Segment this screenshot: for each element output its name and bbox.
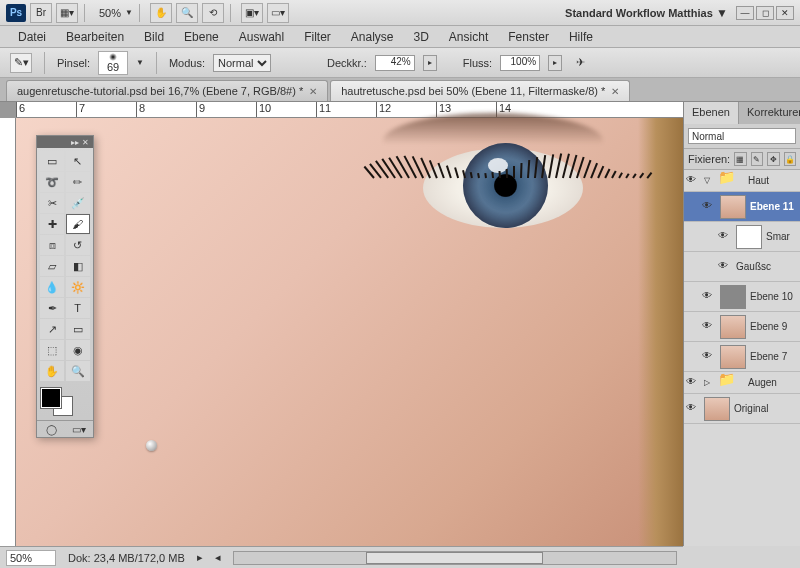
zoom-level[interactable]: 50% bbox=[95, 5, 125, 21]
document-tab[interactable]: augenretusche-tutorial.psd bei 16,7% (Eb… bbox=[6, 80, 328, 101]
layer-row[interactable]: 👁▷📁Augen bbox=[684, 372, 800, 394]
document-tab[interactable]: hautretusche.psd bei 50% (Ebene 11, Filt… bbox=[330, 80, 630, 101]
layer-thumbnail[interactable] bbox=[736, 225, 762, 249]
workspace-switcher[interactable]: Standard Workflow Matthias ▼ bbox=[559, 6, 734, 20]
rotate-view-icon[interactable]: ⟲ bbox=[202, 3, 224, 23]
flow-field[interactable]: 100% bbox=[500, 55, 540, 71]
zoom-tool-icon[interactable]: 🔍 bbox=[176, 3, 198, 23]
type-tool[interactable]: T bbox=[66, 298, 90, 318]
menu-bearbeiten[interactable]: Bearbeiten bbox=[56, 27, 134, 47]
gradient-tool[interactable]: ◧ bbox=[66, 256, 90, 276]
brush-tool[interactable]: 🖌 bbox=[66, 214, 90, 234]
eraser-tool[interactable]: ▱ bbox=[40, 256, 64, 276]
menu-ebene[interactable]: Ebene bbox=[174, 27, 229, 47]
tool-palette[interactable]: ▸▸✕ ▭↖ ➰✏ ✂💉 ✚🖌 ⧈↺ ▱◧ 💧🔆 ✒T ↗▭ ⬚◉ ✋🔍 ◯▭▾ bbox=[36, 135, 94, 438]
visibility-icon[interactable]: 👁 bbox=[686, 174, 700, 188]
bridge-button[interactable]: Br bbox=[30, 3, 52, 23]
status-arrow-icon[interactable]: ▸ bbox=[197, 551, 203, 564]
layer-row[interactable]: 👁Ebene 7 bbox=[684, 342, 800, 372]
layer-row[interactable]: 👁Ebene 10 bbox=[684, 282, 800, 312]
maximize-button[interactable]: ◻ bbox=[756, 6, 774, 20]
layer-row[interactable]: 👁Ebene 11 bbox=[684, 192, 800, 222]
layer-row[interactable]: 👁Original bbox=[684, 394, 800, 424]
tool-preset-icon[interactable]: ✎▾ bbox=[10, 53, 32, 73]
screen-mode-icon[interactable]: ▭▾ bbox=[65, 421, 93, 437]
arrange-documents-icon[interactable]: ▣▾ bbox=[241, 3, 263, 23]
menu-filter[interactable]: Filter bbox=[294, 27, 341, 47]
layer-row[interactable]: 👁Gaußsc bbox=[684, 252, 800, 282]
layer-thumbnail[interactable] bbox=[704, 397, 730, 421]
foreground-color[interactable] bbox=[41, 388, 61, 408]
layer-thumbnail[interactable] bbox=[720, 345, 746, 369]
hand-tool[interactable]: ✋ bbox=[40, 361, 64, 381]
lock-pixels-icon[interactable]: ✎ bbox=[751, 152, 763, 166]
move-tool[interactable]: ▭ bbox=[40, 151, 64, 171]
stamp-tool[interactable]: ⧈ bbox=[40, 235, 64, 255]
panel-tab-ebenen[interactable]: Ebenen bbox=[684, 102, 739, 124]
expand-icon[interactable]: ▷ bbox=[704, 378, 714, 387]
lock-position-icon[interactable]: ✥ bbox=[767, 152, 779, 166]
close-icon[interactable]: ✕ bbox=[82, 138, 89, 147]
menu-fenster[interactable]: Fenster bbox=[498, 27, 559, 47]
airbrush-icon[interactable]: ✈ bbox=[576, 56, 585, 69]
horizontal-scrollbar[interactable] bbox=[233, 551, 677, 565]
hand-tool-icon[interactable]: ✋ bbox=[150, 3, 172, 23]
layer-thumbnail[interactable] bbox=[720, 285, 746, 309]
layer-thumbnail[interactable] bbox=[720, 195, 746, 219]
zoom-field[interactable]: 50% bbox=[6, 550, 56, 566]
close-tab-icon[interactable]: ✕ bbox=[309, 86, 317, 97]
minimize-button[interactable]: — bbox=[736, 6, 754, 20]
menu-3d[interactable]: 3D bbox=[404, 27, 439, 47]
dropdown-icon[interactable]: ▼ bbox=[136, 58, 144, 67]
layer-thumbnail[interactable] bbox=[720, 315, 746, 339]
lock-transparency-icon[interactable]: ▦ bbox=[734, 152, 746, 166]
layer-blend-mode[interactable] bbox=[688, 128, 796, 144]
visibility-icon[interactable]: 👁 bbox=[686, 376, 700, 390]
menu-bild[interactable]: Bild bbox=[134, 27, 174, 47]
opacity-arrow[interactable]: ▸ bbox=[423, 55, 437, 71]
eyedropper-tool[interactable]: 💉 bbox=[66, 193, 90, 213]
scroll-left-icon[interactable]: ◂ bbox=[215, 551, 221, 564]
document-canvas[interactable] bbox=[16, 118, 683, 546]
visibility-icon[interactable]: 👁 bbox=[718, 230, 732, 244]
menu-auswahl[interactable]: Auswahl bbox=[229, 27, 294, 47]
visibility-icon[interactable]: 👁 bbox=[702, 320, 716, 334]
vertical-ruler[interactable] bbox=[0, 118, 16, 546]
visibility-icon[interactable]: 👁 bbox=[702, 350, 716, 364]
close-button[interactable]: ✕ bbox=[776, 6, 794, 20]
expand-icon[interactable]: ▽ bbox=[704, 176, 714, 185]
visibility-icon[interactable]: 👁 bbox=[718, 260, 732, 274]
visibility-icon[interactable]: 👁 bbox=[686, 402, 700, 416]
layer-row[interactable]: 👁▽📁Haut bbox=[684, 170, 800, 192]
palette-titlebar[interactable]: ▸▸✕ bbox=[37, 136, 93, 148]
shape-tool[interactable]: ▭ bbox=[66, 319, 90, 339]
screen-mode-icon[interactable]: ▭▾ bbox=[267, 3, 289, 23]
lock-all-icon[interactable]: 🔒 bbox=[784, 152, 796, 166]
3d-tool[interactable]: ⬚ bbox=[40, 340, 64, 360]
opacity-field[interactable]: 42% bbox=[375, 55, 415, 71]
collapse-icon[interactable]: ▸▸ bbox=[71, 138, 79, 147]
menu-hilfe[interactable]: Hilfe bbox=[559, 27, 603, 47]
flow-arrow[interactable]: ▸ bbox=[548, 55, 562, 71]
history-brush-tool[interactable]: ↺ bbox=[66, 235, 90, 255]
menu-datei[interactable]: Datei bbox=[8, 27, 56, 47]
crop-tool[interactable]: ✂ bbox=[40, 193, 64, 213]
layer-row[interactable]: 👁Smar bbox=[684, 222, 800, 252]
blur-tool[interactable]: 💧 bbox=[40, 277, 64, 297]
pen-tool[interactable]: ✒ bbox=[40, 298, 64, 318]
layer-row[interactable]: 👁Ebene 9 bbox=[684, 312, 800, 342]
brush-preset-picker[interactable]: 69 bbox=[98, 51, 128, 75]
menu-analyse[interactable]: Analyse bbox=[341, 27, 404, 47]
blend-mode-select[interactable]: Normal bbox=[213, 54, 271, 72]
visibility-icon[interactable]: 👁 bbox=[702, 200, 716, 214]
color-swatches[interactable] bbox=[37, 384, 93, 420]
mini-bridge-button[interactable]: ▦▾ bbox=[56, 3, 78, 23]
panel-tab-korrekturen[interactable]: Korrekturen bbox=[739, 102, 800, 124]
selection-tool[interactable]: ↖ bbox=[66, 151, 90, 171]
dodge-tool[interactable]: 🔆 bbox=[66, 277, 90, 297]
quick-mask-icon[interactable]: ◯ bbox=[37, 421, 65, 437]
visibility-icon[interactable]: 👁 bbox=[702, 290, 716, 304]
menu-ansicht[interactable]: Ansicht bbox=[439, 27, 498, 47]
quick-select-tool[interactable]: ✏ bbox=[66, 172, 90, 192]
healing-tool[interactable]: ✚ bbox=[40, 214, 64, 234]
